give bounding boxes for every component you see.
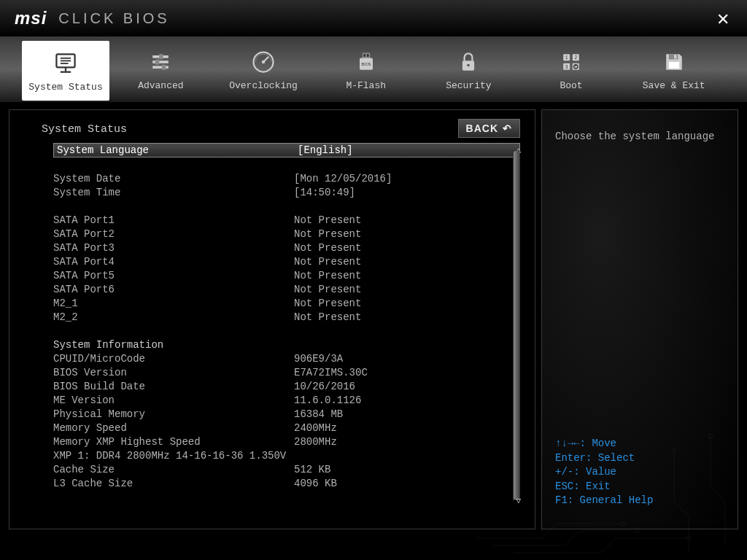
svg-point-13 bbox=[262, 60, 266, 63]
setting-row[interactable]: BIOS VersionE7A72IMS.30C bbox=[53, 365, 520, 379]
setting-label: Memory Speed bbox=[53, 422, 294, 434]
settings-list: System Language [English] System Date[Mo… bbox=[53, 143, 520, 508]
setting-row[interactable]: Memory XMP Highest Speed2800MHz bbox=[53, 435, 520, 448]
nav-overclocking[interactable]: Overclocking bbox=[212, 36, 315, 102]
setting-label: System Language bbox=[57, 144, 298, 156]
setting-label: System Information bbox=[53, 339, 294, 351]
undo-icon: ↶ bbox=[503, 122, 512, 134]
svg-text:BIOS: BIOS bbox=[361, 61, 371, 66]
nav-security[interactable]: Security bbox=[417, 36, 520, 102]
svg-rect-7 bbox=[160, 54, 163, 59]
svg-rect-8 bbox=[153, 61, 169, 63]
svg-rect-9 bbox=[155, 59, 159, 64]
setting-row: System Information bbox=[53, 338, 520, 351]
nav-label: M-Flash bbox=[346, 80, 386, 91]
setting-value: Not Present bbox=[294, 298, 361, 309]
setting-value: Not Present bbox=[294, 270, 361, 281]
setting-row[interactable]: Memory Speed2400MHz bbox=[53, 421, 520, 435]
boot-order-icon: 123 bbox=[557, 48, 586, 76]
nav-label: Overclocking bbox=[229, 80, 298, 91]
setting-row[interactable]: M2_1Not Present bbox=[53, 296, 520, 310]
setting-label: Memory XMP Highest Speed bbox=[53, 436, 294, 448]
setting-label: Cache Size bbox=[53, 464, 294, 475]
setting-row[interactable]: L3 Cache Size4096 KB bbox=[53, 476, 520, 490]
setting-row[interactable]: SATA Port3Not Present bbox=[53, 241, 520, 254]
setting-row[interactable]: M2_2Not Present bbox=[53, 310, 520, 324]
setting-value: 10/26/2016 bbox=[294, 381, 355, 392]
setting-value: 16384 MB bbox=[294, 408, 343, 420]
scroll-down-icon[interactable]: ▽ bbox=[516, 496, 521, 505]
row-spacer bbox=[53, 199, 520, 213]
setting-value: Not Present bbox=[294, 242, 361, 254]
nav-save-exit[interactable]: Save & Exit bbox=[622, 36, 725, 102]
setting-row[interactable]: SATA Port6Not Present bbox=[53, 282, 520, 296]
scrollbar[interactable]: △ ▽ bbox=[513, 150, 520, 500]
setting-row[interactable]: SATA Port2Not Present bbox=[53, 227, 520, 241]
setting-row[interactable]: SATA Port1Not Present bbox=[53, 213, 520, 227]
lock-icon bbox=[454, 48, 483, 76]
brand-subtitle: CLICK BIOS bbox=[58, 10, 169, 27]
key-hint: F1: General Help bbox=[555, 494, 724, 508]
main-nav: System Status Advanced Overclocking BIOS… bbox=[0, 36, 747, 102]
setting-value: [English] bbox=[298, 144, 353, 156]
setting-label: BIOS Build Date bbox=[53, 381, 294, 392]
floppy-icon bbox=[659, 48, 689, 76]
row-spacer bbox=[53, 158, 520, 171]
setting-label: SATA Port5 bbox=[53, 270, 294, 281]
setting-value: Not Present bbox=[294, 228, 361, 240]
nav-label: System Status bbox=[28, 82, 102, 93]
title-bar: msi CLICK BIOS ✕ bbox=[0, 0, 747, 36]
svg-rect-32 bbox=[668, 62, 678, 69]
svg-rect-15 bbox=[363, 54, 365, 57]
nav-label: Boot bbox=[560, 80, 582, 91]
setting-row[interactable]: XMP 1: DDR4 2800MHz 14-16-16-36 1.350V bbox=[53, 448, 520, 462]
key-hint: ESC: Exit bbox=[555, 480, 724, 494]
setting-label: BIOS Version bbox=[53, 367, 294, 378]
setting-row[interactable]: SATA Port4Not Present bbox=[53, 254, 520, 268]
setting-value: 2400MHz bbox=[294, 422, 337, 434]
setting-row[interactable]: System Date[Mon 12/05/2016] bbox=[53, 171, 520, 185]
sliders-icon bbox=[146, 48, 175, 76]
nav-advanced[interactable]: Advanced bbox=[109, 36, 212, 102]
svg-point-20 bbox=[468, 63, 471, 66]
setting-value: 512 KB bbox=[294, 464, 330, 475]
setting-row[interactable]: Physical Memory16384 MB bbox=[53, 407, 520, 421]
key-hint: Enter: Select bbox=[555, 451, 724, 466]
setting-label: M2_2 bbox=[53, 311, 294, 323]
setting-value: Not Present bbox=[294, 284, 361, 295]
setting-row-system-language[interactable]: System Language [English] bbox=[53, 143, 520, 158]
scrollbar-thumb[interactable] bbox=[514, 151, 519, 499]
help-panel: Choose the system language ↑↓→←: Move En… bbox=[541, 109, 738, 529]
gauge-icon bbox=[249, 48, 278, 76]
svg-rect-31 bbox=[674, 55, 677, 58]
setting-value: E7A72IMS.30C bbox=[294, 367, 368, 378]
nav-label: Save & Exit bbox=[643, 80, 705, 91]
svg-rect-14 bbox=[362, 52, 370, 58]
nav-system-status[interactable]: System Status bbox=[22, 41, 109, 101]
setting-row[interactable]: CPUID/MicroCode906E9/3A bbox=[53, 351, 520, 365]
setting-label: SATA Port4 bbox=[53, 256, 294, 268]
nav-label: Advanced bbox=[138, 80, 183, 91]
back-label: BACK bbox=[466, 122, 498, 134]
setting-row[interactable]: ME Version11.6.0.1126 bbox=[53, 393, 520, 407]
svg-text:3: 3 bbox=[565, 65, 568, 70]
setting-value: Not Present bbox=[294, 256, 361, 268]
nav-mflash[interactable]: BIOS M-Flash bbox=[314, 36, 417, 102]
close-icon[interactable]: ✕ bbox=[716, 10, 729, 29]
setting-value: 11.6.0.1126 bbox=[294, 394, 361, 406]
brand-logo: msi bbox=[15, 8, 47, 28]
setting-value: [14:50:49] bbox=[294, 187, 355, 198]
setting-row[interactable]: SATA Port5Not Present bbox=[53, 268, 520, 282]
svg-text:1: 1 bbox=[565, 55, 568, 61]
back-button[interactable]: BACK ↶ bbox=[458, 119, 520, 138]
setting-value: 2800MHz bbox=[294, 436, 337, 448]
setting-label: Physical Memory bbox=[53, 408, 294, 420]
svg-text:2: 2 bbox=[574, 55, 577, 61]
setting-label: SATA Port3 bbox=[53, 242, 294, 254]
setting-label: System Time bbox=[53, 187, 294, 198]
setting-row[interactable]: System Time[14:50:49] bbox=[53, 185, 520, 199]
setting-value: [Mon 12/05/2016] bbox=[294, 173, 392, 184]
nav-boot[interactable]: 123 Boot bbox=[520, 36, 623, 102]
setting-row[interactable]: BIOS Build Date10/26/2016 bbox=[53, 379, 520, 393]
setting-row[interactable]: Cache Size512 KB bbox=[53, 462, 520, 476]
